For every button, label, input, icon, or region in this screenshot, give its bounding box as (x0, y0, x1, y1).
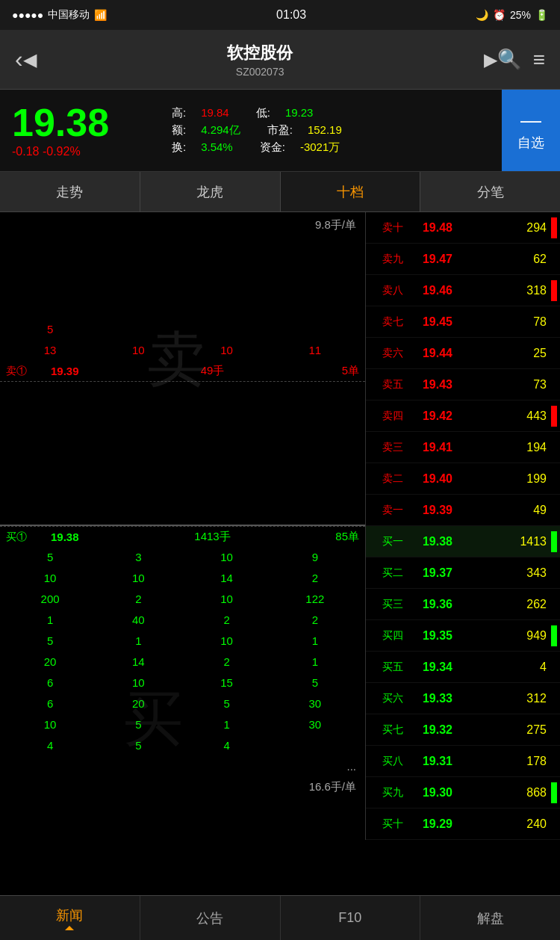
ob-sell1-label: 卖一 (369, 504, 406, 517)
current-sell-vol: 49手 (111, 364, 314, 378)
ob-buy8-price: 19.31 (406, 755, 457, 768)
ob-sell-3: 卖三 19.41 194 (366, 432, 560, 463)
ob-sell-9: 卖九 19.47 62 (366, 244, 560, 275)
ob-sell3-vol: 194 (457, 441, 550, 454)
status-left: ●●●●● 中国移动 📶 (12, 8, 107, 22)
dots-label: ... (0, 756, 365, 777)
zixuan-minus-icon: — (520, 110, 541, 131)
tab-trend[interactable]: 走势 (0, 172, 140, 211)
status-time: 01:03 (276, 8, 306, 22)
ob-sell-10: 卖十 19.48 294 (366, 212, 560, 244)
ob-buy10-bar (551, 814, 557, 835)
ob-sell-5: 卖五 19.43 73 (366, 369, 560, 401)
left-sell-area: 9.8手/单 卖 (0, 212, 365, 526)
high-label: 高: (172, 106, 186, 120)
buy-trade-row-10: 4 5 4 (0, 735, 365, 756)
ob-sell-7: 卖七 19.45 78 (366, 306, 560, 338)
tab-shidang[interactable]: 十档 (281, 172, 421, 211)
turnover-label: 换: (172, 140, 186, 155)
sell-trade-row-4 (0, 298, 365, 319)
ob-sell1-vol: 49 (457, 504, 550, 517)
price-change: -0.18 -0.92% (12, 145, 152, 158)
stats-row-3: 换: 3.54% 资金: -3021万 (172, 140, 494, 155)
ob-sell4-price: 19.42 (406, 409, 457, 423)
main-content: 9.8手/单 卖 (0, 212, 560, 840)
news-active-indicator (65, 926, 74, 930)
ob-sell8-price: 19.46 (406, 284, 457, 297)
ob-buy6-bar (551, 688, 557, 709)
next-button[interactable]: ▶ (484, 49, 497, 70)
pe-label: 市盈: (267, 123, 293, 137)
ob-sell7-vol: 78 (457, 315, 550, 329)
ob-sell6-bar (551, 343, 557, 364)
ob-sell1-bar (551, 500, 557, 521)
ob-sell5-price: 19.43 (406, 378, 457, 392)
ob-buy9-vol: 868 (457, 786, 550, 800)
back-button[interactable]: ‹ (15, 46, 23, 73)
ob-sell10-vol: 294 (457, 221, 550, 235)
buy-trade-row-5: 5 1 10 1 (0, 631, 365, 652)
ob-buy10-label: 买十 (369, 817, 406, 831)
right-order-book: 卖十 19.48 294 卖九 19.47 62 卖八 19.46 318 卖七… (366, 212, 560, 840)
ob-sell-8: 卖八 19.46 318 (366, 275, 560, 306)
zixuan-label: 自选 (517, 134, 544, 152)
ob-buy1-bar (551, 531, 557, 552)
ob-buy4-label: 买四 (369, 629, 406, 643)
bottom-tab-news[interactable]: 新闻 (0, 896, 140, 940)
ob-sell7-price: 19.45 (406, 315, 457, 329)
menu-icon[interactable]: ≡ (533, 48, 545, 72)
ob-sell-1: 卖一 19.39 49 (366, 495, 560, 526)
ob-buy7-vol: 275 (457, 723, 550, 737)
turnover-val: 3.54% (201, 140, 233, 155)
ob-buy7-bar (551, 720, 557, 740)
bottom-f10-label: F10 (338, 910, 361, 926)
ob-sell10-price: 19.48 (406, 221, 457, 235)
capital-val: -3021万 (300, 140, 340, 155)
nav-title-block: 软控股份 SZ002073 (37, 42, 484, 78)
ob-sell9-vol: 62 (457, 253, 550, 266)
left-buy-area: 买 5 3 10 9 10 10 14 2 200 2 10 122 1 4 (0, 547, 365, 797)
ob-buy8-label: 买八 (369, 755, 406, 768)
bottom-tab-announcement[interactable]: 公告 (140, 896, 281, 940)
tab-longhu-label: 龙虎 (196, 183, 223, 201)
ob-sell3-label: 卖三 (369, 441, 406, 454)
ob-buy-8: 买八 19.31 178 (366, 746, 560, 777)
units-bottom-label: 16.6手/单 (0, 777, 365, 797)
tab-trend-label: 走势 (56, 183, 83, 201)
prev-button[interactable]: ◀ (23, 49, 37, 70)
search-icon[interactable]: 🔍 (497, 48, 521, 71)
change-percent: -0.92% (43, 145, 81, 158)
buy-trade-row-4: 1 40 2 2 (0, 610, 365, 631)
current-buy-label: 买① (6, 531, 51, 544)
buy-trade-row-3: 200 2 10 122 (0, 589, 365, 610)
bottom-tab-f10[interactable]: F10 (281, 896, 421, 940)
amount-val: 4.294亿 (201, 123, 240, 137)
units-top-label: 9.8手/单 (0, 212, 365, 235)
ob-sell4-vol: 443 (457, 409, 550, 423)
ob-buy6-label: 买六 (369, 692, 406, 705)
ob-sell4-label: 卖四 (369, 409, 406, 423)
ob-buy1-vol: 1413 (457, 535, 550, 548)
stock-name: 软控股份 (37, 42, 484, 64)
tab-fenbi[interactable]: 分笔 (420, 172, 560, 211)
bottom-tab-market[interactable]: 解盘 (420, 896, 560, 940)
ob-buy3-vol: 262 (457, 598, 550, 611)
ob-sell4-bar (551, 406, 557, 427)
ob-sell2-vol: 199 (457, 472, 550, 486)
ob-sell9-label: 卖九 (369, 253, 406, 266)
ob-buy6-vol: 312 (457, 692, 550, 705)
capital-label: 资金: (260, 140, 285, 155)
tab-longhu[interactable]: 龙虎 (140, 172, 281, 211)
ob-sell2-price: 19.40 (406, 472, 457, 486)
alarm-icon: ⏰ (493, 9, 505, 21)
ob-buy-5: 买五 19.34 4 (366, 652, 560, 683)
wifi-icon: 📶 (94, 9, 107, 21)
sell-trade-row-1 (0, 235, 365, 256)
ob-buy10-vol: 240 (457, 817, 550, 831)
ob-sell6-vol: 25 (457, 347, 550, 360)
ob-buy4-bar (551, 625, 557, 646)
ob-buy10-price: 19.29 (406, 817, 457, 831)
moon-icon: 🌙 (476, 9, 488, 21)
zixuan-button[interactable]: — 自选 (502, 90, 560, 171)
ob-sell6-label: 卖六 (369, 347, 406, 360)
